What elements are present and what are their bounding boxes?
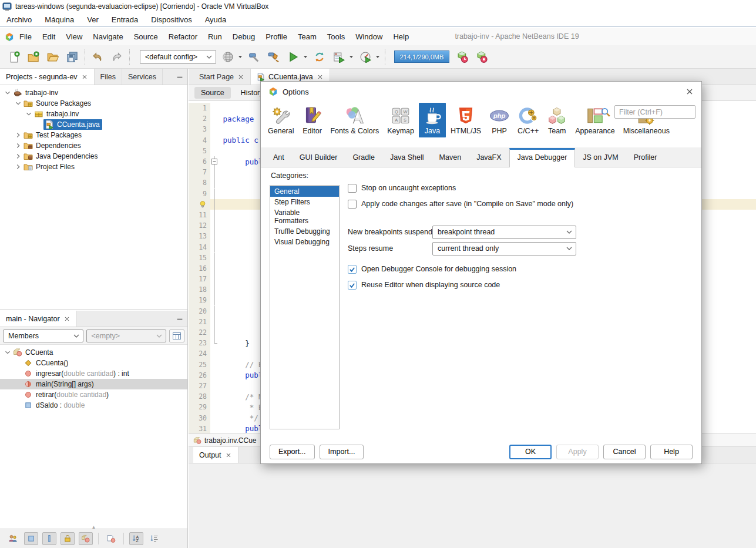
options-category-c-c[interactable]: C/C++	[514, 103, 542, 137]
checkbox-apply-code-changes-after-save-in-compile[interactable]	[348, 200, 357, 209]
dropdown-arrow-icon[interactable]	[304, 56, 307, 58]
menu-item-source[interactable]: Source	[129, 31, 163, 42]
dropdown-arrow-icon[interactable]	[238, 56, 242, 58]
chevron-down-icon[interactable]	[4, 89, 12, 97]
checkbox-open-debugger-console-for-debugging-sess[interactable]	[348, 265, 357, 274]
navigator-item-main-string-args[interactable]: main(String[] args)	[0, 379, 187, 389]
fold-mid-icon[interactable]	[210, 189, 219, 199]
show-inner-classes-icon[interactable]	[104, 532, 118, 545]
fold-mid-icon[interactable]	[210, 177, 219, 188]
subtab-javafx[interactable]: JavaFX	[469, 149, 509, 167]
chevron-right-icon[interactable]	[14, 163, 22, 171]
tab-start-page[interactable]: Start Page	[193, 69, 251, 85]
menu-item-edit[interactable]: Edit	[37, 31, 61, 42]
options-category-java[interactable]: Java	[419, 103, 446, 137]
menu-item-navigate[interactable]: Navigate	[88, 31, 128, 42]
menu-item-entrada[interactable]: Entrada	[105, 14, 145, 25]
category-truffle-debugging[interactable]: Truffle Debugging	[270, 226, 339, 237]
options-category-html-js[interactable]: HTML/JS	[447, 103, 485, 137]
menu-item-archivo[interactable]: Archivo	[0, 14, 38, 25]
chevron-right-icon[interactable]	[14, 152, 22, 160]
web-browser-icon[interactable]	[221, 50, 235, 64]
fold-mid-icon[interactable]	[210, 199, 219, 210]
minimize-icon[interactable]	[176, 315, 184, 323]
menu-item-debug[interactable]: Debug	[227, 31, 260, 42]
menu-item-m-quina[interactable]: Máquina	[38, 14, 80, 25]
tree-item-java-dependencies[interactable]: Java Dependencies	[0, 151, 187, 162]
sort-source-icon[interactable]	[147, 532, 162, 545]
menu-item-team[interactable]: Team	[293, 31, 322, 42]
dialog-close-icon[interactable]	[685, 87, 694, 96]
run-project-icon[interactable]	[286, 50, 300, 64]
fold-mid-icon[interactable]	[210, 284, 219, 295]
options-dialog-titlebar[interactable]: Options	[261, 82, 701, 102]
fold-mid-icon[interactable]	[210, 167, 219, 177]
sort-alpha-icon[interactable]: AZ	[129, 532, 143, 545]
navigator-item-ccuenta[interactable]: CCuenta()	[0, 358, 187, 368]
dropdown-steps-resume[interactable]: current thread only	[432, 242, 576, 255]
fold-end-icon[interactable]	[210, 338, 219, 348]
fold-mid-icon[interactable]	[210, 253, 219, 263]
subtab-ant[interactable]: Ant	[266, 149, 292, 167]
profiler-snapshot-icon[interactable]	[455, 50, 469, 64]
navigator-item-ingresar-double-cantidad-int[interactable]: ingresar(double cantidad) : int	[0, 368, 187, 379]
fold-mid-icon[interactable]	[210, 306, 219, 317]
tab-services[interactable]: Services	[122, 69, 163, 85]
build-project-icon[interactable]	[247, 50, 261, 64]
show-static-icon[interactable]	[79, 532, 93, 545]
close-icon[interactable]	[317, 73, 324, 80]
close-icon[interactable]	[237, 73, 244, 80]
inherited-members-icon[interactable]	[6, 532, 20, 545]
dropdown-arrow-icon[interactable]	[376, 56, 379, 58]
apply-button[interactable]: Apply	[556, 445, 599, 459]
subtab-java-shell[interactable]: Java Shell	[382, 149, 432, 167]
category-general[interactable]: General	[270, 186, 339, 197]
menu-item-file[interactable]: File	[14, 31, 37, 42]
inherited-filter-select[interactable]: <empty>	[86, 330, 167, 342]
tree-item-dependencies[interactable]: Dependencies	[0, 140, 187, 151]
fold-start-icon[interactable]	[210, 156, 219, 167]
category-step-filters[interactable]: Step Filters	[270, 197, 339, 207]
menu-item-profile[interactable]: Profile	[260, 31, 293, 42]
fold-mid-icon[interactable]	[210, 327, 219, 338]
fold-mid-icon[interactable]	[210, 241, 219, 252]
navigator-item-retirar-double-cantidad[interactable]: retirar(double cantidad)	[0, 389, 187, 400]
minimize-icon[interactable]	[176, 73, 184, 81]
subtab-gradle[interactable]: Gradle	[345, 149, 382, 167]
show-fields-icon[interactable]	[24, 532, 38, 545]
tab-files[interactable]: Files	[95, 69, 122, 85]
navigator-item-ccuenta[interactable]: CCuenta	[0, 347, 187, 358]
chevron-down-icon[interactable]	[25, 110, 33, 118]
close-icon[interactable]	[225, 452, 232, 459]
navigator-item-dsaldo-double[interactable]: dSaldo : double	[0, 400, 187, 411]
redo-icon[interactable]	[110, 50, 124, 64]
options-category-fonts-colors[interactable]: Fonts & Colors	[327, 103, 382, 137]
menu-item-ayuda[interactable]: Ayuda	[199, 14, 233, 25]
dropdown-arrow-icon[interactable]	[350, 56, 353, 58]
clean-build-project-icon[interactable]	[267, 50, 281, 64]
menu-item-view[interactable]: View	[61, 31, 88, 42]
undo-icon[interactable]	[90, 50, 105, 64]
chevron-right-icon[interactable]	[14, 142, 22, 150]
profiler-stop-icon[interactable]	[475, 50, 489, 64]
tree-item-trabajo-inv[interactable]: trabajo.inv	[0, 109, 187, 119]
memory-indicator[interactable]: 214,1/290,0MB	[394, 51, 449, 63]
subtab-java-debugger[interactable]: Java Debugger	[509, 148, 576, 167]
profile-project-icon[interactable]	[358, 50, 372, 64]
open-project-icon[interactable]	[46, 50, 60, 64]
save-all-icon[interactable]	[65, 50, 79, 64]
tree-item-project-files[interactable]: Project Files	[0, 162, 187, 172]
members-filter-select[interactable]: Members	[3, 330, 83, 342]
export-button[interactable]: Export...	[270, 445, 315, 459]
fold-mid-icon[interactable]	[210, 274, 219, 284]
fold-mid-icon[interactable]	[210, 210, 219, 220]
category-variable-formatters[interactable]: Variable Formatters	[270, 207, 339, 226]
subtab-profiler[interactable]: Profiler	[626, 149, 665, 167]
options-category-editor[interactable]: Editor	[298, 103, 325, 137]
debug-project-icon[interactable]	[332, 50, 346, 64]
options-category-general[interactable]: General	[264, 103, 297, 137]
chevron-right-icon[interactable]	[14, 131, 22, 139]
rerun-icon[interactable]	[313, 50, 327, 64]
chevron-down-icon[interactable]	[14, 99, 22, 107]
category-visual-debugging[interactable]: Visual Debugging	[270, 237, 339, 247]
